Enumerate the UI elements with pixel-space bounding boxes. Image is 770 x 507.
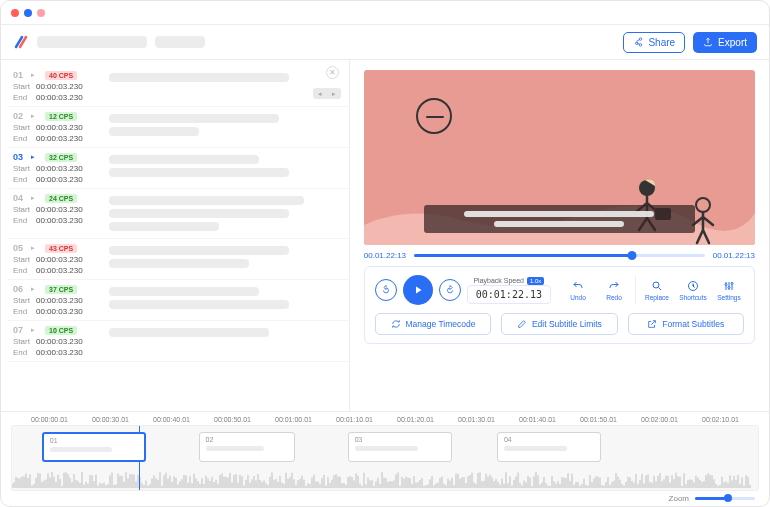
video-time-current: 00.01.22:13: [364, 251, 406, 260]
shortcuts-button[interactable]: Shortcuts: [678, 280, 708, 301]
ruler-tick: 00:01:20.01: [397, 416, 434, 423]
subtitle-panel: ✕ ◂▸ 01▸40 CPSStart00:00:03.230End00:00:…: [1, 60, 350, 411]
video-caption-overlay: [424, 205, 695, 233]
ruler-tick: 00:01:00.01: [275, 416, 312, 423]
preview-panel: 00.01.22:13 00.01.22:13 Playback Speed1.…: [350, 60, 769, 411]
cue-index: 06: [13, 284, 27, 294]
cps-badge: 32 CPS: [45, 153, 77, 162]
caret-icon: ▸: [31, 71, 35, 79]
end-label: End: [13, 175, 31, 184]
start-time: 00:00:03.230: [36, 296, 83, 305]
segment-label: 01: [50, 437, 138, 444]
video-time-bar: 00.01.22:13 00.01.22:13: [364, 251, 755, 260]
caret-icon: ▸: [31, 244, 35, 252]
end-time: 00:00:03.230: [36, 93, 83, 102]
waveform: [12, 470, 752, 488]
start-label: Start: [13, 164, 31, 173]
start-label: Start: [13, 82, 31, 91]
sliders-icon: [723, 280, 735, 292]
video-preview[interactable]: [364, 70, 755, 245]
cue-row[interactable]: 03▸32 CPSStart00:00:03.230End00:00:03.23…: [7, 148, 349, 189]
ruler-tick: 00:01:50.01: [580, 416, 617, 423]
export-button[interactable]: Export: [693, 32, 757, 53]
ruler-tick: 00:01:10.01: [336, 416, 373, 423]
end-time: 00:00:03.230: [36, 175, 83, 184]
cue-row[interactable]: 06▸37 CPSStart00:00:03.230End00:00:03.23…: [7, 280, 349, 321]
window-close-dot[interactable]: [11, 9, 19, 17]
cue-text[interactable]: [109, 111, 343, 143]
end-label: End: [13, 348, 31, 357]
timeline-track[interactable]: 01020304: [11, 425, 759, 491]
cps-badge: 37 CPS: [45, 285, 77, 294]
caret-icon: ▸: [31, 194, 35, 202]
cue-text[interactable]: [109, 152, 343, 184]
end-label: End: [13, 266, 31, 275]
timeline-segment[interactable]: 03: [348, 432, 452, 462]
cue-row[interactable]: 01▸40 CPSStart00:00:03.230End00:00:03.23…: [7, 66, 349, 107]
start-label: Start: [13, 205, 31, 214]
redo-icon: [608, 280, 620, 292]
cue-list[interactable]: ✕ ◂▸ 01▸40 CPSStart00:00:03.230End00:00:…: [1, 60, 349, 411]
undo-button[interactable]: Undo: [563, 280, 593, 301]
caret-icon: ▸: [31, 112, 35, 120]
end-label: End: [13, 216, 31, 225]
end-time: 00:00:03.230: [36, 266, 83, 275]
end-label: End: [13, 93, 31, 102]
caret-icon: ▸: [31, 153, 35, 161]
titlebar: [1, 1, 769, 25]
ruler-tick: 00:00:50.01: [214, 416, 251, 423]
caret-icon: ▸: [31, 285, 35, 293]
window-min-dot[interactable]: [24, 9, 32, 17]
start-time: 00:00:03.230: [36, 205, 83, 214]
share-button[interactable]: Share: [623, 32, 685, 53]
manage-timecode-button[interactable]: Manage Timecode: [375, 313, 491, 335]
svg-point-3: [653, 282, 659, 288]
segment-label: 04: [504, 436, 594, 443]
cue-text[interactable]: [109, 325, 343, 357]
project-title-placeholder: [37, 36, 147, 48]
svg-point-6: [728, 286, 730, 288]
cue-text[interactable]: [109, 193, 343, 234]
edit-icon: [517, 319, 527, 329]
segment-label: 03: [355, 436, 445, 443]
cue-text[interactable]: [109, 284, 343, 316]
timeline-segment[interactable]: 04: [497, 432, 601, 462]
redo-button[interactable]: Redo: [599, 280, 629, 301]
ruler-tick: 00:01:30.01: [458, 416, 495, 423]
play-button[interactable]: [403, 275, 433, 305]
cue-index: 01: [13, 70, 27, 80]
timeline-segment[interactable]: 02: [199, 432, 296, 462]
app-logo-icon: [13, 34, 29, 50]
svg-point-2: [696, 198, 710, 212]
window-max-dot[interactable]: [37, 9, 45, 17]
cue-row[interactable]: 07▸10 CPSStart00:00:03.230End00:00:03.23…: [7, 321, 349, 362]
ruler-tick: 00:02:00.01: [641, 416, 678, 423]
timeline: 00:00:00.0100:00:30.0100:00:40.0100:00:5…: [1, 411, 769, 506]
cue-row[interactable]: 02▸12 CPSStart00:00:03.230End00:00:03.23…: [7, 107, 349, 148]
format-subtitles-button[interactable]: Format Subtitles: [628, 313, 744, 335]
cue-index: 05: [13, 243, 27, 253]
edit-subtitle-limits-button[interactable]: Edit Subtitle Limits: [501, 313, 617, 335]
timeline-segment[interactable]: 01: [42, 432, 146, 462]
skip-back-button[interactable]: [375, 279, 397, 301]
timecode-display: 00:01:22.13: [467, 285, 551, 304]
start-time: 00:00:03.230: [36, 82, 83, 91]
zoom-slider[interactable]: [695, 497, 755, 500]
start-time: 00:00:03.230: [36, 164, 83, 173]
playback-speed-block[interactable]: Playback Speed1.0x 00:01:22.13: [467, 277, 551, 304]
cps-badge: 12 CPS: [45, 112, 77, 121]
clock-icon: [687, 280, 699, 292]
replace-button[interactable]: Replace: [642, 280, 672, 301]
export-icon: [703, 37, 713, 47]
cue-row[interactable]: 04▸24 CPSStart00:00:03.230End00:00:03.23…: [7, 189, 349, 239]
cue-row[interactable]: 05▸43 CPSStart00:00:03.230End00:00:03.23…: [7, 239, 349, 280]
settings-button[interactable]: Settings: [714, 280, 744, 301]
skip-forward-button[interactable]: [439, 279, 461, 301]
cue-text[interactable]: [109, 70, 343, 102]
end-label: End: [13, 307, 31, 316]
start-time: 00:00:03.230: [36, 337, 83, 346]
cue-text[interactable]: [109, 243, 343, 275]
start-label: Start: [13, 296, 31, 305]
caret-icon: ▸: [31, 326, 35, 334]
video-scrubber[interactable]: [414, 254, 705, 257]
